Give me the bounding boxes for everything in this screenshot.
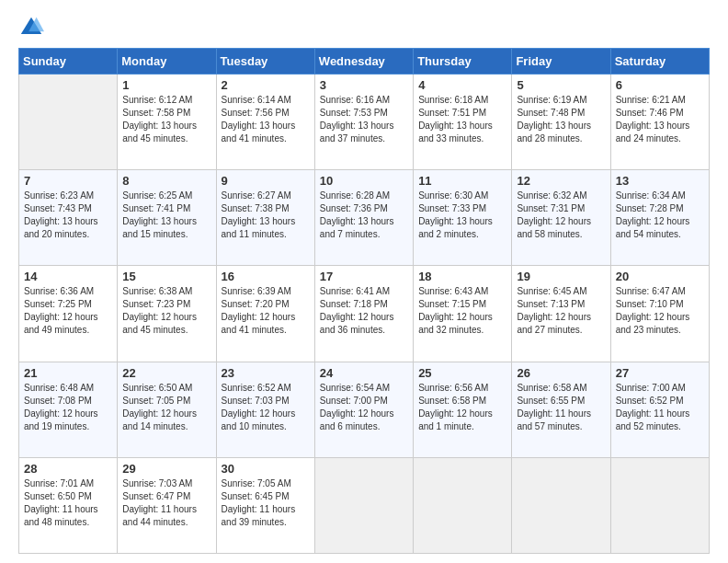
calendar-table: SundayMondayTuesdayWednesdayThursdayFrid… <box>18 48 710 554</box>
day-number: 5 <box>517 78 605 92</box>
calendar-cell: 6Sunrise: 6:21 AM Sunset: 7:46 PM Daylig… <box>610 75 709 170</box>
day-number: 30 <box>222 462 310 476</box>
calendar-cell: 17Sunrise: 6:41 AM Sunset: 7:18 PM Dayli… <box>314 266 413 362</box>
calendar-cell: 29Sunrise: 7:03 AM Sunset: 6:47 PM Dayli… <box>118 457 216 553</box>
calendar-cell: 26Sunrise: 6:58 AM Sunset: 6:55 PM Dayli… <box>512 362 610 457</box>
calendar-cell: 16Sunrise: 6:39 AM Sunset: 7:20 PM Dayli… <box>216 266 314 362</box>
calendar-cell: 7Sunrise: 6:23 AM Sunset: 7:43 PM Daylig… <box>19 170 118 266</box>
weekday-header-thursday: Thursday <box>414 49 512 75</box>
logo-icon <box>18 15 44 40</box>
day-number: 8 <box>122 174 210 188</box>
calendar-cell: 18Sunrise: 6:43 AM Sunset: 7:15 PM Dayli… <box>414 266 512 362</box>
calendar-cell: 1Sunrise: 6:12 AM Sunset: 7:58 PM Daylig… <box>118 75 216 170</box>
day-info: Sunrise: 6:32 AM Sunset: 7:31 PM Dayligh… <box>517 190 605 241</box>
day-number: 15 <box>122 270 210 283</box>
day-info: Sunrise: 7:00 AM Sunset: 6:52 PM Dayligh… <box>616 382 704 433</box>
calendar-cell: 21Sunrise: 6:48 AM Sunset: 7:08 PM Dayli… <box>19 362 118 457</box>
day-number: 13 <box>616 174 704 188</box>
weekday-header-row: SundayMondayTuesdayWednesdayThursdayFrid… <box>19 49 710 75</box>
day-info: Sunrise: 6:43 AM Sunset: 7:15 PM Dayligh… <box>418 285 506 337</box>
weekday-header-wednesday: Wednesday <box>314 49 413 75</box>
day-info: Sunrise: 6:47 AM Sunset: 7:10 PM Dayligh… <box>616 285 704 337</box>
calendar-cell: 4Sunrise: 6:18 AM Sunset: 7:51 PM Daylig… <box>414 75 512 170</box>
calendar-cell: 10Sunrise: 6:28 AM Sunset: 7:36 PM Dayli… <box>314 170 413 266</box>
day-number: 2 <box>222 78 310 92</box>
day-number: 10 <box>320 174 408 188</box>
day-info: Sunrise: 6:28 AM Sunset: 7:36 PM Dayligh… <box>320 190 408 241</box>
day-info: Sunrise: 6:52 AM Sunset: 7:03 PM Dayligh… <box>222 382 310 433</box>
calendar-cell: 14Sunrise: 6:36 AM Sunset: 7:25 PM Dayli… <box>19 266 118 362</box>
calendar-cell: 2Sunrise: 6:14 AM Sunset: 7:56 PM Daylig… <box>216 75 314 170</box>
day-number: 24 <box>320 366 408 380</box>
day-info: Sunrise: 6:39 AM Sunset: 7:20 PM Dayligh… <box>222 285 310 337</box>
day-number: 28 <box>24 462 112 476</box>
day-info: Sunrise: 6:34 AM Sunset: 7:28 PM Dayligh… <box>616 190 704 241</box>
day-number: 27 <box>616 366 704 380</box>
day-info: Sunrise: 6:54 AM Sunset: 7:00 PM Dayligh… <box>320 382 408 433</box>
day-info: Sunrise: 6:21 AM Sunset: 7:46 PM Dayligh… <box>616 94 704 145</box>
day-info: Sunrise: 7:03 AM Sunset: 6:47 PM Dayligh… <box>122 477 210 529</box>
day-number: 12 <box>517 174 605 188</box>
calendar-cell: 15Sunrise: 6:38 AM Sunset: 7:23 PM Dayli… <box>118 266 216 362</box>
day-info: Sunrise: 6:36 AM Sunset: 7:25 PM Dayligh… <box>24 285 112 337</box>
day-info: Sunrise: 7:01 AM Sunset: 6:50 PM Dayligh… <box>24 477 112 529</box>
calendar-cell <box>19 75 118 170</box>
weekday-header-sunday: Sunday <box>19 49 118 75</box>
calendar-week-2: 7Sunrise: 6:23 AM Sunset: 7:43 PM Daylig… <box>19 170 710 266</box>
calendar-cell: 27Sunrise: 7:00 AM Sunset: 6:52 PM Dayli… <box>610 362 709 457</box>
calendar-cell: 9Sunrise: 6:27 AM Sunset: 7:38 PM Daylig… <box>216 170 314 266</box>
day-number: 3 <box>320 78 408 92</box>
day-info: Sunrise: 6:27 AM Sunset: 7:38 PM Dayligh… <box>222 190 310 241</box>
day-info: Sunrise: 6:58 AM Sunset: 6:55 PM Dayligh… <box>517 382 605 433</box>
day-number: 18 <box>418 270 506 283</box>
calendar-cell: 28Sunrise: 7:01 AM Sunset: 6:50 PM Dayli… <box>19 457 118 553</box>
calendar-cell: 25Sunrise: 6:56 AM Sunset: 6:58 PM Dayli… <box>414 362 512 457</box>
calendar-week-1: 1Sunrise: 6:12 AM Sunset: 7:58 PM Daylig… <box>19 75 710 170</box>
calendar-cell <box>512 457 610 553</box>
calendar-cell: 5Sunrise: 6:19 AM Sunset: 7:48 PM Daylig… <box>512 75 610 170</box>
calendar-cell: 30Sunrise: 7:05 AM Sunset: 6:45 PM Dayli… <box>216 457 314 553</box>
day-number: 21 <box>24 366 112 380</box>
calendar-cell: 3Sunrise: 6:16 AM Sunset: 7:53 PM Daylig… <box>314 75 413 170</box>
day-info: Sunrise: 6:25 AM Sunset: 7:41 PM Dayligh… <box>122 190 210 241</box>
calendar-week-3: 14Sunrise: 6:36 AM Sunset: 7:25 PM Dayli… <box>19 266 710 362</box>
day-number: 20 <box>616 270 704 283</box>
day-info: Sunrise: 6:23 AM Sunset: 7:43 PM Dayligh… <box>24 190 112 241</box>
page: SundayMondayTuesdayWednesdayThursdayFrid… <box>0 0 728 563</box>
weekday-header-friday: Friday <box>512 49 610 75</box>
day-number: 17 <box>320 270 408 283</box>
logo <box>18 15 48 40</box>
day-number: 29 <box>122 462 210 476</box>
day-number: 11 <box>418 174 506 188</box>
weekday-header-tuesday: Tuesday <box>216 49 314 75</box>
day-info: Sunrise: 6:56 AM Sunset: 6:58 PM Dayligh… <box>418 382 506 433</box>
calendar-cell: 12Sunrise: 6:32 AM Sunset: 7:31 PM Dayli… <box>512 170 610 266</box>
day-info: Sunrise: 6:16 AM Sunset: 7:53 PM Dayligh… <box>320 94 408 145</box>
calendar-cell: 24Sunrise: 6:54 AM Sunset: 7:00 PM Dayli… <box>314 362 413 457</box>
calendar-cell: 13Sunrise: 6:34 AM Sunset: 7:28 PM Dayli… <box>610 170 709 266</box>
calendar-cell: 22Sunrise: 6:50 AM Sunset: 7:05 PM Dayli… <box>118 362 216 457</box>
day-number: 23 <box>222 366 310 380</box>
day-info: Sunrise: 6:19 AM Sunset: 7:48 PM Dayligh… <box>517 94 605 145</box>
day-number: 26 <box>517 366 605 380</box>
calendar-cell: 23Sunrise: 6:52 AM Sunset: 7:03 PM Dayli… <box>216 362 314 457</box>
day-info: Sunrise: 6:18 AM Sunset: 7:51 PM Dayligh… <box>418 94 506 145</box>
calendar-cell: 20Sunrise: 6:47 AM Sunset: 7:10 PM Dayli… <box>610 266 709 362</box>
header <box>18 15 710 40</box>
weekday-header-monday: Monday <box>118 49 216 75</box>
day-number: 25 <box>418 366 506 380</box>
day-info: Sunrise: 6:48 AM Sunset: 7:08 PM Dayligh… <box>24 382 112 433</box>
weekday-header-saturday: Saturday <box>610 49 709 75</box>
day-number: 14 <box>24 270 112 283</box>
day-info: Sunrise: 6:41 AM Sunset: 7:18 PM Dayligh… <box>320 285 408 337</box>
day-number: 22 <box>122 366 210 380</box>
day-info: Sunrise: 6:45 AM Sunset: 7:13 PM Dayligh… <box>517 285 605 337</box>
day-info: Sunrise: 6:30 AM Sunset: 7:33 PM Dayligh… <box>418 190 506 241</box>
day-number: 4 <box>418 78 506 92</box>
calendar-cell <box>414 457 512 553</box>
day-number: 6 <box>616 78 704 92</box>
day-info: Sunrise: 6:14 AM Sunset: 7:56 PM Dayligh… <box>222 94 310 145</box>
calendar-cell <box>610 457 709 553</box>
day-number: 19 <box>517 270 605 283</box>
day-number: 1 <box>122 78 210 92</box>
